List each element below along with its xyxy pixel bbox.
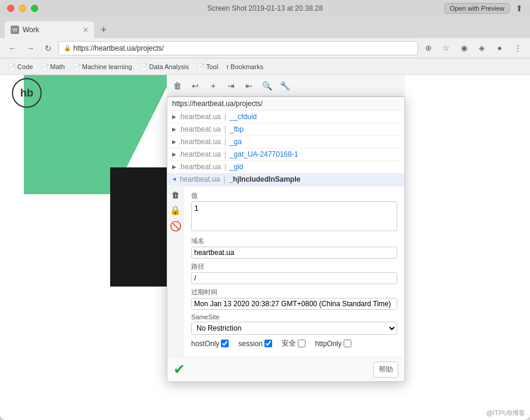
minimize-traffic-light[interactable] — [19, 5, 26, 12]
help-button[interactable]: 帮助 — [373, 362, 398, 378]
bookmark-star-icon[interactable]: ☆ — [438, 41, 454, 56]
dt-import-button[interactable]: ⇥ — [223, 78, 239, 94]
cookie-panel-url: https://heartbeat.ua/projects/ — [167, 97, 404, 111]
block-cookie-button[interactable]: 🚫 — [169, 219, 182, 232]
session-checkbox[interactable] — [264, 340, 272, 347]
domain-cfduid: .heartbeat.ua — [179, 113, 221, 121]
cookie-item-gat[interactable]: ▶ .heartbeat.ua | _gat_UA-24770168-1 — [167, 148, 404, 161]
bookmark-math-label: Math — [50, 63, 64, 70]
secure-label-text: 安全 — [282, 338, 296, 349]
sep3: | — [225, 138, 226, 146]
lock-cookie-button[interactable]: 🔒 — [169, 204, 182, 217]
dt-search-button[interactable]: 🔍 — [258, 78, 275, 94]
arrow-ga: ▶ — [172, 139, 176, 145]
dt-trash-button[interactable]: 🗑 — [169, 78, 186, 94]
cookie-panel: https://heartbeat.ua/projects/ ▶ .heartb… — [167, 97, 405, 382]
tab-bar: W Work × + — [0, 17, 530, 38]
back-button[interactable]: ← — [5, 41, 20, 56]
bookmark-ml[interactable]: 📄 Machine learning — [70, 62, 136, 71]
window-title: Screen Shot 2019-01-13 at 20.38.28 — [207, 4, 323, 13]
sep6: | — [223, 175, 225, 183]
bookmark-math[interactable]: 📄 Math — [38, 62, 68, 71]
cookie-item-gid[interactable]: ▶ .heartbeat.ua | _gid — [167, 161, 404, 173]
dt-add-button[interactable]: + — [205, 78, 222, 94]
session-checkbox-label[interactable]: session — [238, 340, 272, 348]
path-input[interactable] — [191, 272, 397, 284]
cookie-item-hjincluded[interactable]: ▼ heartbeat.ua | _hjIncludedInSample — [167, 173, 404, 186]
expires-row: 过期时间 — [191, 288, 397, 310]
reload-button[interactable]: ↻ — [40, 41, 56, 56]
delete-cookie-button[interactable]: 🗑 — [169, 188, 182, 201]
dt-export-button[interactable]: ⇤ — [241, 78, 257, 94]
expires-label: 过期时间 — [191, 288, 397, 297]
secure-checkbox-label[interactable]: 安全 — [282, 338, 305, 349]
cookie-item-ga[interactable]: ▶ .heartbeat.ua | _ga — [167, 136, 404, 148]
confirm-button[interactable]: ✔ — [173, 361, 185, 378]
sep2: | — [225, 125, 226, 133]
name-gid: _gid — [230, 163, 244, 171]
user-icon[interactable]: ● — [492, 41, 507, 56]
close-traffic-light[interactable] — [7, 5, 14, 12]
tab-close-button[interactable]: × — [83, 25, 88, 35]
browser-icon1[interactable]: ◉ — [456, 41, 472, 56]
domain-input[interactable] — [191, 247, 397, 259]
site-logo: hb — [12, 78, 42, 108]
httponly-checkbox-label[interactable]: httpOnly — [315, 340, 351, 348]
domain-ga: .heartbeat.ua — [179, 138, 221, 146]
arrow-hjincluded: ▼ — [172, 177, 177, 182]
menu-icon[interactable]: ⋮ — [510, 41, 525, 56]
forward-button[interactable]: → — [23, 41, 38, 56]
translate-icon[interactable]: ⊕ — [420, 41, 436, 56]
sep5: | — [225, 163, 226, 171]
value-label: 值 — [191, 191, 397, 200]
session-label-text: session — [238, 340, 263, 348]
browser-icon2[interactable]: ◈ — [474, 41, 490, 56]
domain-label: 域名 — [191, 237, 397, 245]
browser-chrome: W Work × + ← → ↻ 🔒 https://heartbeat.ua/… — [0, 17, 530, 75]
tab-favicon: W — [11, 26, 19, 34]
bookmark-data-icon: 📄 — [141, 63, 148, 70]
bookmarks-bar: 📄 Code 📄 Math 📄 Machine learning 📄 Data … — [0, 58, 530, 75]
bookmark-code[interactable]: 📄 Code — [5, 62, 36, 71]
hostonly-checkbox-label[interactable]: hostOnly — [191, 340, 229, 348]
maximize-traffic-light[interactable] — [31, 5, 38, 12]
bookmark-data[interactable]: 📄 Data Analysis — [137, 62, 193, 71]
share-icon[interactable]: ⬆ — [516, 4, 523, 13]
cookie-item-fbp[interactable]: ▶ .heartbeat.ua | _fbp — [167, 123, 404, 136]
title-bar: Screen Shot 2019-01-13 at 20.38.28 Open … — [0, 0, 530, 17]
url-text: https://heartbeat.ua/projects/ — [73, 44, 164, 52]
bookmark-tool[interactable]: 📄 Tool — [194, 62, 222, 71]
name-gat: _gat_UA-24770168-1 — [230, 150, 298, 158]
samesite-select[interactable]: No Restriction Lax Strict — [191, 322, 397, 335]
domain-fbp: .heartbeat.ua — [179, 125, 221, 133]
hostonly-checkbox[interactable] — [221, 340, 229, 347]
checkboxes-row: hostOnly session 安全 — [191, 338, 397, 349]
sep4: | — [225, 150, 226, 158]
open-with-preview-button[interactable]: Open with Preview — [444, 3, 510, 14]
domain-gat: .heartbeat.ua — [179, 150, 221, 158]
bookmark-tool-label: Tool — [206, 63, 218, 70]
cookie-item-cfduid[interactable]: ▶ .heartbeat.ua | __cfduid — [167, 111, 404, 123]
dt-undo-button[interactable]: ↩ — [187, 78, 204, 94]
traffic-lights — [7, 5, 38, 12]
bookmark-ml-label: Machine learning — [82, 63, 132, 70]
httponly-label-text: httpOnly — [315, 340, 342, 348]
new-tab-button[interactable]: + — [95, 21, 112, 38]
title-bar-actions: Open with Preview ⬆ — [444, 3, 523, 14]
name-cfduid: __cfduid — [230, 113, 257, 121]
dt-settings-button[interactable]: 🔧 — [276, 78, 293, 94]
arrow-cfduid: ▶ — [172, 114, 176, 120]
bookmark-more[interactable]: r Bookmarks — [223, 62, 267, 71]
httponly-checkbox[interactable] — [344, 340, 351, 347]
lock-icon: 🔒 — [64, 45, 71, 51]
detail-action-buttons: 🗑 🔒 🚫 — [167, 186, 184, 357]
watermark: @ITPUB博客 — [486, 409, 525, 418]
secure-checkbox[interactable] — [298, 340, 305, 347]
expires-input[interactable] — [191, 298, 397, 310]
url-bar[interactable]: 🔒 https://heartbeat.ua/projects/ — [58, 41, 418, 55]
value-textarea[interactable]: 1 — [191, 201, 397, 231]
domain-row: 域名 — [191, 237, 397, 259]
samesite-row: SameSite No Restriction Lax Strict — [191, 313, 397, 335]
active-tab[interactable]: W Work × — [5, 21, 94, 38]
path-row: 路径 — [191, 262, 397, 284]
